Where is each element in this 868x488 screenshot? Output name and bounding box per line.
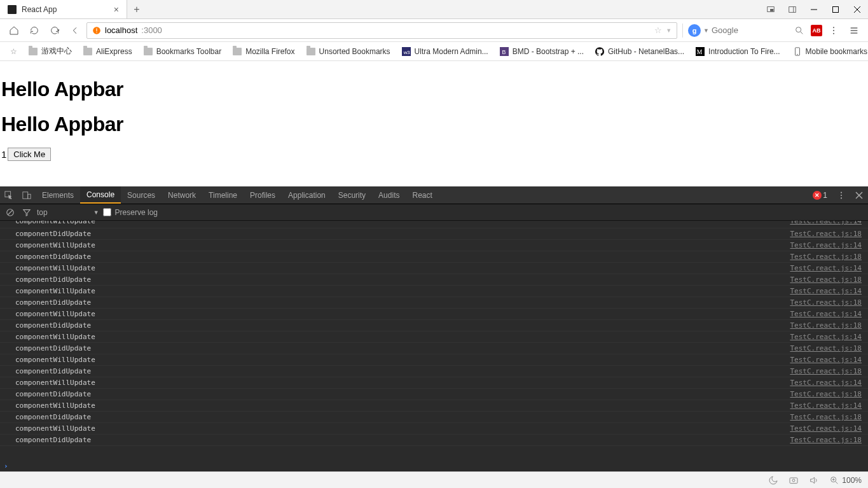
bookmark-item[interactable]: 游戏中心: [24, 42, 77, 60]
console-row: componentDidUpdateTestC.react.js:18: [0, 251, 868, 263]
mobile-bookmarks[interactable]: Mobile bookmarks: [788, 42, 868, 60]
window-close-button[interactable]: [846, 0, 868, 18]
bookmark-item[interactable]: MIntroduction To Fire...: [691, 42, 785, 60]
console-source-link[interactable]: TestC.react.js:18: [790, 298, 862, 307]
clear-console-icon[interactable]: [4, 208, 17, 217]
bookmark-item[interactable]: w3Ultra Modern Admin...: [397, 42, 493, 60]
devtools-close-icon[interactable]: [850, 186, 868, 204]
svg-line-41: [8, 210, 13, 214]
console-output[interactable]: componentWillUpdateTestC.react.js:14comp…: [0, 221, 868, 461]
console-source-link[interactable]: TestC.react.js:18: [790, 253, 862, 261]
console-source-link[interactable]: TestC.react.js:14: [790, 287, 862, 295]
console-source-link[interactable]: TestC.react.js:14: [790, 379, 862, 387]
devtools-tab-sources[interactable]: Sources: [121, 186, 162, 204]
kebab-menu-icon[interactable]: [825, 22, 843, 39]
console-source-link[interactable]: TestC.react.js:18: [790, 436, 862, 444]
window-maximize-button[interactable]: [825, 0, 846, 18]
bookmark-item[interactable]: Mozilla Firefox: [228, 42, 300, 60]
hamburger-menu-icon[interactable]: [845, 22, 863, 39]
console-source-link[interactable]: TestC.react.js:18: [790, 390, 862, 398]
console-source-link[interactable]: TestC.react.js:18: [790, 230, 862, 238]
console-source-link[interactable]: TestC.react.js:18: [790, 413, 862, 421]
screenshot-icon[interactable]: [789, 475, 799, 485]
tab-close-icon[interactable]: ×: [114, 4, 119, 15]
inspect-element-icon[interactable]: [0, 186, 18, 204]
preserve-log-checkbox[interactable]: [103, 208, 111, 216]
device-toolbar-icon[interactable]: [18, 186, 36, 204]
bookmark-item[interactable]: GitHub - NetanelBas...: [590, 42, 689, 60]
svg-rect-14: [96, 28, 97, 31]
bookmark-item[interactable]: BBMD - Bootstrap + ...: [495, 42, 589, 60]
url-dropdown-icon[interactable]: ▼: [666, 27, 672, 34]
console-row: componentDidUpdateTestC.react.js:18: [0, 412, 868, 423]
console-source-link[interactable]: TestC.react.js:18: [790, 321, 862, 330]
filter-icon[interactable]: [20, 208, 33, 217]
svg-point-18: [833, 27, 834, 28]
devtools-tab-security[interactable]: Security: [332, 186, 372, 204]
devtools-tab-application[interactable]: Application: [282, 186, 332, 204]
svg-point-43: [792, 479, 795, 482]
search-engine-badge[interactable]: g: [688, 24, 701, 37]
search-button[interactable]: [790, 22, 808, 39]
window-minimize-button[interactable]: [803, 0, 825, 18]
back-button[interactable]: [66, 22, 84, 39]
devtools-tab-network[interactable]: Network: [162, 186, 202, 204]
devtools-tab-timeline[interactable]: Timeline: [202, 186, 244, 204]
console-row: componentDidUpdateTestC.react.js:18: [0, 435, 868, 446]
devtools-tab-console[interactable]: Console: [80, 186, 121, 204]
svg-line-47: [836, 482, 837, 484]
window-sidebar-icon[interactable]: [782, 0, 803, 18]
filter-dropdown-icon[interactable]: ▼: [93, 209, 99, 216]
console-source-link[interactable]: TestC.react.js:18: [790, 367, 862, 375]
console-source-link[interactable]: TestC.react.js:14: [790, 401, 862, 410]
bookmark-item[interactable]: Bookmarks Toolbar: [139, 42, 227, 60]
search-input[interactable]: [712, 22, 788, 39]
console-source-link[interactable]: TestC.react.js:18: [790, 344, 862, 352]
console-source-link[interactable]: TestC.react.js:14: [790, 310, 862, 318]
console-row: componentDidUpdateTestC.react.js:18: [0, 297, 868, 309]
url-input[interactable]: localhost:3000 ☆ ▼: [86, 22, 677, 39]
console-row: componentDidUpdateTestC.react.js:18: [0, 343, 868, 354]
click-me-button[interactable]: Click Me: [8, 148, 51, 161]
bookmarks-bar: ☆ 游戏中心 AliExpress Bookmarks Toolbar Mozi…: [0, 42, 868, 61]
zoom-control[interactable]: 100%: [829, 475, 862, 485]
bookmark-item[interactable]: Unsorted Bookmarks: [301, 42, 396, 60]
console-source-link[interactable]: TestC.react.js:14: [790, 356, 862, 364]
devtools-tab-elements[interactable]: Elements: [36, 186, 80, 204]
console-source-link[interactable]: TestC.react.js:14: [790, 333, 862, 341]
error-count-badge[interactable]: ✕: [813, 191, 822, 200]
devtools-tabbar: Elements Console Sources Network Timelin…: [0, 186, 868, 204]
browser-tab[interactable]: React App ×: [0, 0, 127, 18]
theme-icon[interactable]: [768, 475, 778, 485]
devtools-tab-profiles[interactable]: Profiles: [244, 186, 282, 204]
console-prompt[interactable]: ›: [0, 461, 868, 471]
svg-point-31: [797, 53, 797, 54]
console-row: componentDidUpdateTestC.react.js:18: [0, 389, 868, 400]
history-back-button[interactable]: ▾: [46, 22, 64, 39]
console-row: componentDidUpdateTestC.react.js:18: [0, 274, 868, 286]
bookmark-star-icon[interactable]: ☆: [654, 25, 662, 35]
search-engine-dropdown-icon[interactable]: ▼: [703, 27, 709, 34]
window-pip-icon[interactable]: [760, 0, 782, 18]
volume-icon[interactable]: [809, 475, 819, 485]
reload-button[interactable]: [25, 22, 43, 39]
bookmark-star-menu[interactable]: ☆: [5, 42, 22, 60]
new-tab-button[interactable]: +: [127, 0, 146, 18]
bookmark-item[interactable]: AliExpress: [78, 42, 137, 60]
devtools-tab-audits[interactable]: Audits: [372, 186, 406, 204]
console-source-link[interactable]: TestC.react.js:14: [790, 241, 862, 249]
console-row: componentWillUpdateTestC.react.js:14: [0, 331, 868, 343]
devtools-tab-react[interactable]: React: [406, 186, 438, 204]
adblock-extension-icon[interactable]: AB: [811, 25, 822, 36]
filter-scope[interactable]: top: [37, 208, 48, 217]
console-source-link[interactable]: TestC.react.js:14: [790, 221, 862, 223]
home-button[interactable]: [5, 22, 23, 39]
folder-icon: [29, 48, 38, 55]
console-source-link[interactable]: TestC.react.js:14: [790, 264, 862, 272]
react-favicon-icon: [8, 5, 17, 14]
github-icon: [595, 47, 604, 56]
console-source-link[interactable]: TestC.react.js:14: [790, 424, 862, 433]
console-source-link[interactable]: TestC.react.js:18: [790, 275, 862, 284]
devtools-kebab-icon[interactable]: [832, 186, 850, 204]
console-message: componentDidUpdate: [15, 275, 91, 284]
